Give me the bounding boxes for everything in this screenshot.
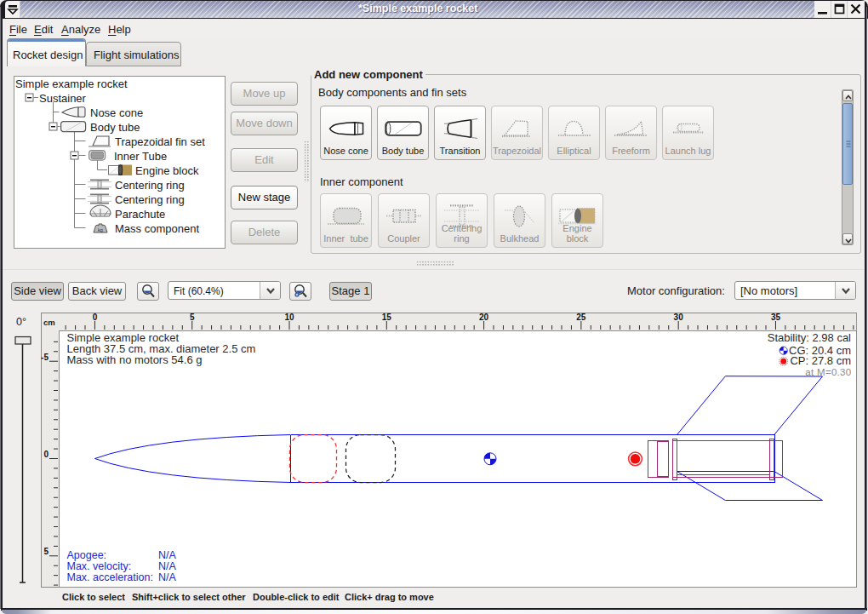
svg-text:CP: 27.8 cm: CP: 27.8 cm — [790, 354, 851, 367]
svg-text:5: 5 — [190, 313, 195, 322]
svg-text:20: 20 — [479, 313, 489, 322]
svg-text:30: 30 — [674, 313, 684, 322]
svg-text:Mass with no motors 54.6 g: Mass with no motors 54.6 g — [67, 353, 203, 366]
svg-text:at M=0.30: at M=0.30 — [805, 367, 851, 377]
svg-text:Max. acceleration:: Max. acceleration: — [67, 571, 153, 583]
svg-text:Stability: 2.98 cal: Stability: 2.98 cal — [768, 331, 851, 344]
svg-text:10: 10 — [284, 313, 294, 322]
svg-text:0: 0 — [93, 313, 98, 322]
svg-text:35: 35 — [771, 313, 781, 322]
svg-text:N/A: N/A — [158, 560, 177, 572]
svg-text:5: 5 — [43, 547, 49, 556]
svg-text:Apogee:: Apogee: — [67, 549, 107, 561]
svg-text:25: 25 — [576, 313, 586, 322]
svg-text:N/A: N/A — [158, 549, 177, 561]
svg-text:15: 15 — [382, 313, 392, 322]
svg-text:0: 0 — [43, 450, 49, 459]
svg-text:kg: kg — [98, 227, 103, 232]
svg-text:N/A: N/A — [158, 571, 177, 583]
svg-text:-5: -5 — [41, 353, 49, 362]
svg-text:Max. velocity:: Max. velocity: — [67, 560, 132, 572]
